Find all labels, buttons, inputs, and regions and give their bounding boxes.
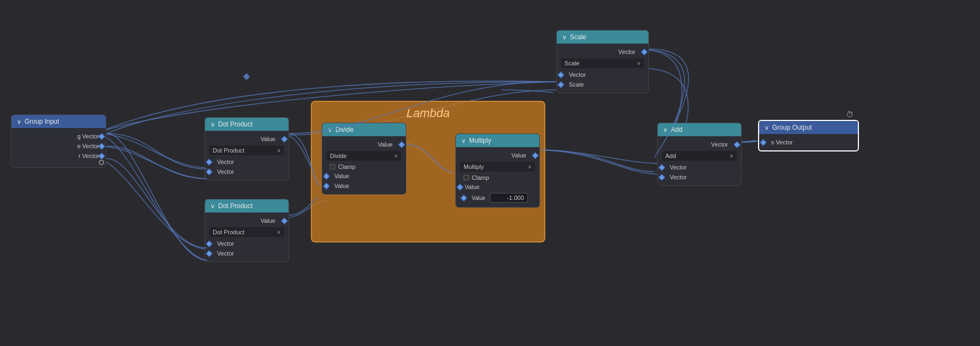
multiply-value-out-socket[interactable] (532, 152, 539, 159)
multiply-value-field[interactable]: -1.000 (490, 193, 528, 203)
group-output-node: ⏱ ∨ Group Output s Vector (758, 120, 859, 151)
scale-dropdown[interactable]: Scale ∨ (561, 58, 644, 68)
dp2-vector2-socket[interactable] (206, 250, 213, 257)
multiply-clamp-checkbox[interactable] (464, 175, 469, 180)
dot-product-1-title: Dot Product (218, 120, 252, 128)
add-vector1-row: Vector (662, 162, 737, 172)
dp1-vector2-row: Vector (209, 167, 284, 177)
svg-rect-0 (243, 73, 250, 80)
dot-product-2-title: Dot Product (218, 202, 252, 210)
scale-vector-in-label: Vector (567, 71, 588, 78)
dp1-collapse-icon: ∨ (211, 121, 215, 128)
divide-title: Divide (335, 126, 353, 133)
dp2-chevron: ∨ (277, 229, 281, 235)
scale-header: ∨ Scale (557, 31, 648, 44)
dp2-collapse-icon: ∨ (211, 203, 215, 210)
add-vector-out-row: Vector (662, 139, 737, 149)
multiply-value-out-row: Value (460, 150, 535, 160)
multiply-value-in-label: Value (462, 184, 482, 190)
divide-node: ∨ Divide Value Divide ∨ Clamp Value Valu… (322, 123, 406, 195)
dp2-value-socket[interactable] (281, 217, 288, 224)
add-chevron: ∨ (730, 153, 734, 159)
divide-value2-row: Value (327, 181, 401, 191)
multiply-value-field-label: Value (470, 195, 488, 201)
dp2-dropdown[interactable]: Dot Product ∨ (209, 227, 284, 237)
multiply-dropdown-label: Multiply (464, 163, 484, 170)
empty-socket[interactable] (99, 160, 104, 165)
add-vector1-socket[interactable] (658, 164, 665, 171)
add-vector1-label: Vector (668, 164, 689, 171)
s-vector-row: s Vector (763, 137, 853, 147)
dot-product-2-node: ∨ Dot Product Value Dot Product ∨ Vector… (205, 199, 289, 262)
multiply-dropdown[interactable]: Multiply ∨ (460, 162, 535, 172)
add-title: Add (671, 126, 682, 133)
s-vector-label: s Vector (769, 139, 795, 145)
divide-clamp-checkbox[interactable] (330, 164, 335, 169)
dp1-vector2-socket[interactable] (206, 168, 213, 175)
dp2-vector1-socket[interactable] (206, 240, 213, 247)
divide-dropdown-label: Divide (330, 153, 347, 159)
g-vector-row: g Vector (16, 131, 101, 141)
group-output-header: ∨ Group Output (759, 121, 858, 134)
divide-value1-socket[interactable] (323, 173, 330, 180)
add-body: Vector Add ∨ Vector Vector (658, 136, 741, 185)
scale-scale-in-socket[interactable] (557, 81, 564, 88)
dp1-value-socket[interactable] (281, 136, 288, 143)
add-vector2-socket[interactable] (658, 174, 665, 181)
lambda-title: Lambda (312, 102, 544, 123)
r-vector-row: r Vector (16, 151, 101, 161)
divide-value-out-row: Value (327, 139, 401, 149)
dp2-dropdown-label: Dot Product (213, 229, 244, 235)
scale-vector-out-row: Vector (561, 47, 644, 57)
dp1-chevron: ∨ (277, 148, 281, 153)
add-vector-out-socket[interactable] (734, 141, 741, 148)
divide-value-out-socket[interactable] (398, 141, 405, 148)
divide-clamp-row: Clamp (327, 162, 401, 171)
scale-chevron: ∨ (637, 60, 641, 66)
dp1-dropdown[interactable]: Dot Product ∨ (209, 145, 284, 155)
divide-collapse-icon: ∨ (328, 126, 332, 133)
divide-clamp-label: Clamp (338, 163, 356, 170)
multiply-title: Multiply (469, 137, 491, 144)
scale-node: ∨ Scale Vector Scale ∨ Vector Scale (556, 30, 649, 93)
scale-vector-out-socket[interactable] (641, 48, 648, 56)
dp1-vector1-socket[interactable] (206, 159, 213, 166)
group-input-body: g Vector e Vector r Vector (11, 128, 106, 167)
divide-chevron: ∨ (394, 153, 398, 159)
divide-header: ∨ Divide (322, 123, 406, 136)
dp1-value-label: Value (258, 136, 278, 142)
scale-vector-in-socket[interactable] (557, 71, 564, 78)
dp1-value-out-row: Value (209, 134, 284, 144)
add-vector2-label: Vector (668, 174, 689, 180)
s-vector-socket[interactable] (760, 139, 767, 146)
dot-product-1-node: ∨ Dot Product Value Dot Product ∨ Vector… (205, 117, 289, 180)
multiply-value-field-row: Value -1.000 (460, 192, 535, 204)
divide-dropdown[interactable]: Divide ∨ (327, 151, 401, 161)
dot-product-2-body: Value Dot Product ∨ Vector Vector (205, 213, 288, 262)
divide-value1-label: Value (332, 173, 351, 179)
dp2-value-label: Value (258, 217, 278, 224)
scale-title: Scale (570, 33, 586, 41)
scale-scale-in-label: Scale (567, 81, 586, 88)
add-vector-out-label: Vector (709, 141, 730, 148)
multiply-clamp-label: Clamp (472, 174, 489, 181)
dp2-vector2-label: Vector (215, 250, 236, 257)
multiply-value-out-label: Value (509, 152, 528, 159)
multiply-value-field-socket[interactable] (460, 195, 467, 202)
group-input-title: Group Input (25, 118, 59, 125)
add-dropdown-label: Add (665, 153, 676, 159)
dp2-vector1-label: Vector (215, 240, 236, 247)
multiply-value-label-row: Value (460, 182, 535, 192)
scale-collapse-icon: ∨ (562, 34, 567, 41)
group-output-body: s Vector (759, 134, 858, 150)
add-node: ∨ Add Vector Add ∨ Vector Vector (657, 123, 742, 186)
dot-product-1-body: Value Dot Product ∨ Vector Vector (205, 131, 288, 180)
group-input-header: ∨ Group Input (11, 115, 106, 128)
group-input-node: ∨ Group Input g Vector e Vector r Vector (11, 114, 106, 168)
multiply-clamp-row: Clamp (460, 173, 535, 182)
divide-value2-socket[interactable] (323, 183, 330, 190)
scale-vector-in-row: Vector (561, 70, 644, 80)
dp2-value-out-row: Value (209, 216, 284, 226)
add-dropdown[interactable]: Add ∨ (662, 151, 737, 161)
multiply-chevron: ∨ (528, 164, 532, 169)
